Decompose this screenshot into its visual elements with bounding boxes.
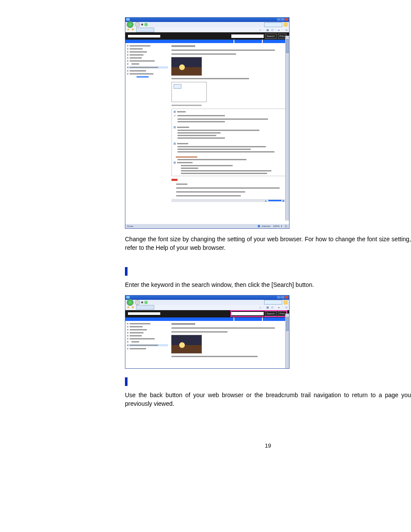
checkbox-icon[interactable]	[174, 143, 176, 145]
back-button[interactable]	[127, 299, 134, 306]
site-search-input[interactable]	[231, 34, 264, 38]
search-go-icon[interactable]	[283, 22, 288, 27]
add-favorite-icon[interactable]: ✚	[131, 306, 134, 309]
text-line	[171, 50, 275, 51]
toc-item[interactable]	[127, 45, 168, 47]
favorites-icon[interactable]: ★	[127, 306, 130, 309]
close-button[interactable]	[285, 18, 288, 21]
text-line	[171, 331, 227, 333]
site-search-input[interactable]	[231, 312, 264, 315]
maximize-button[interactable]	[281, 18, 284, 21]
options-list: ✓	[171, 109, 286, 176]
text-line	[171, 105, 202, 106]
nav-separator	[141, 24, 143, 25]
browser-screenshot-full: ★ ✚ ⌂· ▣ ⎙· ▸ · ⊙ Search Print	[125, 17, 290, 229]
illustration-box	[171, 82, 207, 102]
favorites-icon[interactable]: ★	[127, 28, 130, 31]
checkbox-icon[interactable]	[174, 162, 176, 164]
resize-grip[interactable]	[285, 225, 287, 227]
checkbox-icon[interactable]	[174, 126, 176, 128]
toc-item-active[interactable]	[127, 66, 168, 68]
search-area-highlighted: Search Print	[231, 311, 286, 316]
toc-item[interactable]	[127, 335, 168, 336]
vertical-scrollbar[interactable]	[285, 36, 289, 221]
home-icon[interactable]: ⌂	[259, 306, 261, 309]
prev-page-icon[interactable]: ▲	[265, 199, 267, 202]
page-number: 19	[125, 442, 411, 449]
toc-item[interactable]	[127, 329, 168, 330]
toc-item[interactable]	[127, 73, 168, 75]
site-search-button[interactable]: Search	[265, 311, 277, 316]
content-heading	[171, 323, 195, 325]
toc-item[interactable]	[127, 348, 168, 349]
toc-item[interactable]	[127, 338, 168, 339]
page-menu-icon[interactable]: ▸	[278, 306, 280, 309]
next-page-link[interactable]	[268, 200, 281, 201]
add-favorite-icon[interactable]: ✚	[131, 28, 134, 31]
toc-item[interactable]	[127, 57, 168, 59]
browser-tab[interactable]	[136, 305, 154, 310]
page-nav: ▲ ▶	[171, 199, 286, 202]
page-menu-icon[interactable]: ▸	[278, 28, 280, 31]
text-line	[171, 53, 236, 55]
toc-item-active[interactable]	[127, 344, 168, 346]
toc-item[interactable]	[127, 51, 168, 53]
home-icon[interactable]: ⌂	[259, 28, 261, 31]
print-icon[interactable]: ⎙	[271, 306, 273, 309]
check-icon: ✓	[174, 114, 176, 117]
toc-item[interactable]	[127, 48, 168, 50]
forward-button[interactable]	[135, 300, 140, 305]
print-icon[interactable]: ⎙	[271, 28, 273, 31]
close-button[interactable]	[285, 296, 288, 299]
feed-icon[interactable]: ▣	[266, 28, 269, 31]
toc-sidebar	[125, 321, 170, 368]
site-header: Search Print	[125, 32, 289, 40]
checkbox-icon[interactable]	[174, 111, 176, 113]
globe-icon	[258, 225, 260, 227]
browser-screenshot-search: ★ ✚ ⌂· ▣ ⎙· ▸· ⊙ Search Print	[125, 295, 290, 369]
back-paragraph: Use the back button of your web browser …	[125, 391, 411, 408]
zoom-text: 100%	[273, 225, 280, 227]
status-bar: Done Internet 100%▾	[125, 224, 289, 228]
toc-item[interactable]	[127, 326, 168, 327]
browser-search-box[interactable]	[264, 300, 282, 305]
tools-icon[interactable]: ⊙	[285, 28, 288, 31]
toc-item[interactable]	[127, 54, 168, 56]
toc-item[interactable]	[127, 332, 168, 333]
toc-subitem[interactable]	[137, 76, 149, 78]
site-logo	[128, 35, 160, 37]
font-size-paragraph: Change the font size by changing the set…	[125, 235, 411, 252]
status-text: Done	[127, 225, 133, 227]
search-go-icon[interactable]	[283, 300, 288, 305]
refresh-button[interactable]	[144, 301, 148, 304]
toc-item[interactable]	[127, 60, 168, 62]
section-marker	[125, 267, 128, 276]
tools-icon[interactable]: ⊙	[285, 306, 288, 309]
scroll-thumb[interactable]	[286, 39, 289, 53]
browser-search-box[interactable]	[264, 22, 282, 27]
toc-item[interactable]	[127, 341, 168, 342]
section-marker	[125, 377, 128, 386]
feed-icon[interactable]: ▣	[266, 306, 269, 309]
maximize-button[interactable]	[281, 296, 284, 299]
refresh-button[interactable]	[144, 23, 148, 26]
site-logo	[128, 312, 160, 315]
toc-item[interactable]	[127, 63, 168, 65]
minimize-button[interactable]	[277, 296, 280, 299]
toc-item[interactable]	[127, 323, 168, 324]
browser-tab[interactable]	[136, 28, 154, 32]
page-tools: ⌂· ▣ ⎙· ▸ · ⊙	[259, 28, 288, 31]
minimize-button[interactable]	[277, 18, 280, 21]
small-icon	[174, 84, 181, 89]
back-button[interactable]	[127, 21, 134, 28]
next-page-icon[interactable]: ▶	[283, 199, 285, 202]
search-paragraph: Enter the keyword in the search window, …	[125, 280, 411, 289]
tab-toolbar: ★ ✚ ⌂· ▣ ⎙· ▸ · ⊙	[125, 27, 289, 32]
main-content: ✓	[170, 43, 289, 224]
forward-button[interactable]	[135, 22, 140, 27]
note-marker	[171, 179, 177, 181]
toc-item[interactable]	[127, 70, 168, 72]
text-line	[171, 356, 258, 357]
site-search-button[interactable]: Search	[265, 34, 277, 39]
sunset-photo	[171, 57, 202, 75]
